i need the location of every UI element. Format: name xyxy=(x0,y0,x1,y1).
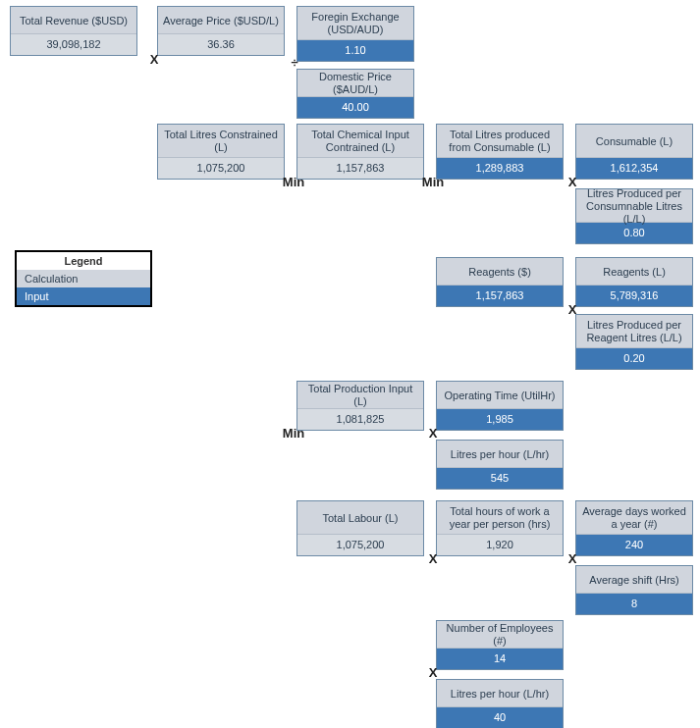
node-total-hours-per-person: Total hours of work a year per person (h… xyxy=(436,500,564,556)
node-value: 1,985 xyxy=(437,409,563,430)
node-litres-per-reagent: Litres Produced per Reagent Litres (L/L)… xyxy=(575,314,693,370)
node-value: 1,612,354 xyxy=(576,158,692,179)
node-avg-shift: Average shift (Hrs) 8 xyxy=(575,565,693,615)
node-label: Average shift (Hrs) xyxy=(576,566,692,594)
node-label: Reagents (L) xyxy=(576,258,692,286)
node-number-of-employees: Number of Employees (#) 14 xyxy=(436,620,564,670)
op-min: Min xyxy=(279,175,308,190)
node-label: Reagents ($) xyxy=(437,258,563,286)
op-mult: X xyxy=(558,551,587,567)
node-value: 1,289,883 xyxy=(437,158,563,179)
node-value: 14 xyxy=(437,649,563,669)
node-value: 0.20 xyxy=(576,348,692,369)
node-value: 1,157,863 xyxy=(437,286,563,306)
node-foreign-exchange: Foregin Exchange (USD/AUD) 1.10 xyxy=(296,6,414,62)
node-avg-days-worked: Average days worked a year (#) 240 xyxy=(575,500,693,556)
node-total-labour: Total Labour (L) 1,075,200 xyxy=(296,500,424,556)
node-label: Litres per hour (L/hr) xyxy=(437,441,563,468)
op-mult: X xyxy=(418,426,448,442)
node-value: 1,075,200 xyxy=(158,158,284,179)
node-label: Litres Produced per Consumnable Litres (… xyxy=(576,189,692,223)
node-total-chem-input: Total Chemical Input Contrained (L) 1,15… xyxy=(296,124,424,180)
node-label: Domestic Price ($AUD/L) xyxy=(297,70,413,97)
node-value: 1,157,863 xyxy=(297,158,423,179)
node-litres-per-consumable: Litres Produced per Consumnable Litres (… xyxy=(575,188,693,244)
node-label: Total Chemical Input Contrained (L) xyxy=(297,125,423,158)
legend-row-calculation: Calculation xyxy=(17,270,150,287)
node-value: 0.80 xyxy=(576,223,692,243)
legend-row-input: Input xyxy=(17,287,150,305)
op-mult: X xyxy=(418,551,448,567)
node-label: Foregin Exchange (USD/AUD) xyxy=(297,7,413,40)
op-mult: X xyxy=(139,52,169,68)
node-value: 1,920 xyxy=(437,535,563,555)
node-litres-per-hour-labour: Litres per hour (L/hr) 40 xyxy=(436,679,564,728)
node-value: 36.36 xyxy=(158,34,284,55)
node-domestic-price: Domestic Price ($AUD/L) 40.00 xyxy=(296,69,414,119)
node-value: 240 xyxy=(576,535,692,555)
legend-title: Legend xyxy=(17,252,150,270)
op-min: Min xyxy=(279,426,308,442)
node-average-price: Average Price ($USD/L) 36.36 xyxy=(157,6,285,56)
legend: Legend Calculation Input xyxy=(15,250,152,307)
node-label: Average Price ($USD/L) xyxy=(158,7,284,34)
node-label: Total hours of work a year per person (h… xyxy=(437,501,563,535)
node-label: Consumable (L) xyxy=(576,125,692,158)
node-value: 5,789,316 xyxy=(576,286,692,306)
node-value: 1,081,825 xyxy=(297,409,423,430)
node-operating-time: Operating Time (UtilHr) 1,985 xyxy=(436,381,564,431)
node-value: 8 xyxy=(576,594,692,614)
node-value: 40 xyxy=(437,707,563,728)
node-total-revenue: Total Revenue ($USD) 39,098,182 xyxy=(10,6,137,56)
node-total-production-input: Total Production Input (L) 1,081,825 xyxy=(296,381,424,431)
node-value: 40.00 xyxy=(297,97,413,118)
node-total-litres-constrained: Total Litres Constrained (L) 1,075,200 xyxy=(157,124,285,180)
node-label: Total Revenue ($USD) xyxy=(11,7,136,34)
node-value: 1,075,200 xyxy=(297,535,423,555)
node-value: 39,098,182 xyxy=(11,34,136,55)
op-div: ÷ xyxy=(280,55,309,71)
op-mult: X xyxy=(418,665,448,681)
node-value: 545 xyxy=(437,468,563,489)
node-label: Average days worked a year (#) xyxy=(576,501,692,535)
op-mult: X xyxy=(558,302,587,318)
node-total-litres-consumable: Total Litres produced from Consumable (L… xyxy=(436,124,564,180)
node-label: Litres per hour (L/hr) xyxy=(437,680,563,707)
node-label: Total Production Input (L) xyxy=(297,382,423,409)
node-label: Litres Produced per Reagent Litres (L/L) xyxy=(576,315,692,348)
op-min: Min xyxy=(418,175,448,190)
node-label: Total Litres Constrained (L) xyxy=(158,125,284,158)
node-reagents-dollar: Reagents ($) 1,157,863 xyxy=(436,257,564,307)
node-label: Total Labour (L) xyxy=(297,501,423,535)
node-litres-per-hour-prod: Litres per hour (L/hr) 545 xyxy=(436,440,564,490)
diagram-canvas: Total Revenue ($USD) 39,098,182 Average … xyxy=(0,0,700,728)
op-mult: X xyxy=(558,175,587,190)
node-label: Total Litres produced from Consumable (L… xyxy=(437,125,563,158)
node-label: Operating Time (UtilHr) xyxy=(437,382,563,409)
node-consumable-l: Consumable (L) 1,612,354 xyxy=(575,124,693,180)
node-label: Number of Employees (#) xyxy=(437,621,563,649)
node-reagents-l: Reagents (L) 5,789,316 xyxy=(575,257,693,307)
node-value: 1.10 xyxy=(297,40,413,61)
